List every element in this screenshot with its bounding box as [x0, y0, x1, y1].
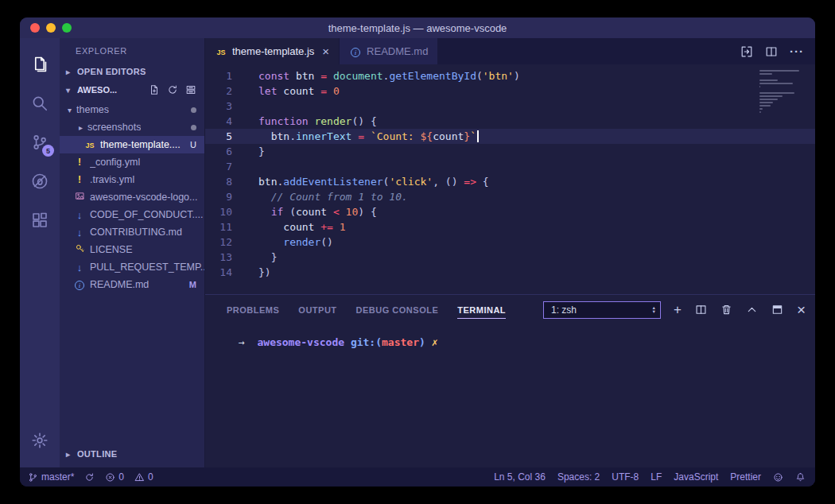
indentation-status-item[interactable]: Spaces: 2: [557, 471, 600, 483]
close-window-button[interactable]: [30, 23, 40, 33]
line-number: 3: [205, 99, 247, 114]
formatter-status-item[interactable]: Prettier: [730, 471, 761, 483]
chevron-right-icon: ▸: [66, 68, 75, 76]
settings-activity-button[interactable]: [20, 421, 60, 459]
feedback-status-item[interactable]: [773, 472, 783, 483]
code-line-3[interactable]: 3: [205, 99, 815, 114]
errors-status-item[interactable]: 0: [105, 471, 124, 483]
open-editors-section[interactable]: ▸ OPEN EDITORS: [60, 63, 204, 80]
eol-status-label: LF: [651, 471, 662, 483]
language-status-item[interactable]: JavaScript: [674, 471, 718, 483]
line-number: 1: [205, 68, 247, 83]
minimize-window-button[interactable]: [46, 23, 56, 33]
workspace-root-item[interactable]: ▾ AWESO...: [60, 80, 204, 99]
tree-row-decoration: [191, 107, 204, 113]
panel-tab-terminal[interactable]: TERMINAL: [457, 301, 506, 319]
line-number: 14: [205, 265, 247, 280]
tree-item-travis-yml[interactable]: !.travis.yml: [60, 171, 204, 188]
sync-status-item[interactable]: [84, 472, 95, 483]
minimap[interactable]: [759, 68, 806, 114]
tree-item-screenshots[interactable]: ▸screenshots: [60, 118, 204, 136]
chevron-right-icon: ▸: [66, 450, 75, 459]
outline-section[interactable]: ▸ OUTLINE: [60, 445, 204, 463]
code-editor[interactable]: 1const btn = document.getElementById('bt…: [205, 64, 815, 294]
tab-bar: JStheme-template.js×iREADME.md ···: [205, 38, 815, 64]
tree-item-theme-template[interactable]: JStheme-template....U: [60, 136, 204, 153]
open-changes-icon: [740, 45, 753, 58]
line-number: 8: [205, 174, 247, 189]
eol-status-item[interactable]: LF: [651, 471, 662, 483]
search-icon: [31, 95, 49, 112]
zoom-window-button[interactable]: [62, 23, 72, 33]
debug-activity-button[interactable]: [20, 161, 60, 200]
tab-theme-template-js[interactable]: JStheme-template.js×: [205, 38, 339, 64]
tree-item-themes[interactable]: ▾themes: [60, 101, 204, 118]
code-line-7[interactable]: 7: [205, 159, 815, 174]
tree-item-config-yml[interactable]: !_config.yml: [60, 153, 204, 171]
code-line-9[interactable]: 9 // Count from 1 to 10.: [205, 189, 815, 204]
close-icon[interactable]: ×: [322, 45, 329, 57]
tree-item-readme-md[interactable]: iREADME.mdM: [60, 276, 204, 293]
activity-bar-items: 5: [20, 45, 60, 239]
terminal-shell-select[interactable]: 1: zsh ▲▼: [543, 301, 661, 319]
chevron-right-icon: ▸: [79, 123, 87, 132]
tab-readme-md[interactable]: iREADME.md: [339, 38, 437, 64]
code-line-10[interactable]: 10 if (count < 10) {: [205, 204, 815, 219]
workbench: 5 EXPLORER ▸ OPEN EDITORS ▾ AWESO... ▾th…: [20, 38, 815, 467]
code-line-2[interactable]: 2let count = 0: [205, 83, 815, 99]
panel-tab-debug-console[interactable]: DEBUG CONSOLE: [356, 301, 439, 318]
chevron-down-icon: ▾: [66, 86, 75, 95]
line-number: 2: [205, 83, 247, 99]
line-content: btn.innerText = `Count: ${count}`: [247, 129, 479, 144]
line-content: }: [247, 144, 265, 159]
code-line-8[interactable]: 8btn.addEventListener('click', () => {: [205, 174, 815, 189]
line-content: // Count from 1 to 10.: [247, 189, 408, 204]
line-content: }: [247, 250, 277, 265]
code-line-11[interactable]: 11 count += 1: [205, 219, 815, 235]
info-file-icon: i: [73, 279, 90, 290]
terminal[interactable]: → awesome-vscode git:(master) ✗: [205, 324, 815, 348]
git-branch-status-item[interactable]: master*: [28, 471, 74, 483]
code-lines: 1const btn = document.getElementById('bt…: [205, 68, 815, 280]
search-activity-button[interactable]: [20, 83, 60, 122]
explorer-activity-button[interactable]: [20, 45, 60, 83]
code-line-1[interactable]: 1const btn = document.getElementById('bt…: [205, 68, 815, 83]
info-file-icon: i: [349, 45, 362, 57]
code-line-14[interactable]: 14}): [205, 265, 815, 280]
file-label: screenshots: [87, 122, 141, 133]
code-line-6[interactable]: 6}: [205, 144, 815, 159]
tree-item-code-of-conduct[interactable]: ↓CODE_OF_CONDUCT....: [60, 206, 204, 223]
error-icon: [105, 472, 115, 483]
scm-badge: 5: [42, 145, 54, 157]
line-content: let count = 0: [247, 83, 340, 99]
sync-icon: [84, 472, 95, 483]
warnings-status-item[interactable]: 0: [134, 471, 153, 483]
tree-item-contributing-md[interactable]: ↓CONTRIBUTING.md: [60, 223, 204, 241]
explorer-header: EXPLORER: [60, 38, 204, 63]
minimap-line: [759, 92, 794, 94]
tree-item-license[interactable]: LICENSE: [60, 241, 204, 258]
code-line-4[interactable]: 4function render() {: [205, 114, 815, 129]
cursor-position-status-item[interactable]: Ln 5, Col 36: [494, 471, 546, 483]
title-bar[interactable]: theme-template.js — awesome-vscode: [20, 17, 815, 38]
panel-toolbar: 1: zsh ▲▼ +×: [543, 301, 806, 319]
panel-tab-problems[interactable]: PROBLEMS: [227, 301, 279, 318]
toggle-panel-icon: [771, 304, 783, 316]
minimap-line: [759, 105, 771, 107]
minimap-line: [759, 70, 799, 72]
close-panel-icon: ×: [797, 304, 806, 316]
code-line-12[interactable]: 12 render(): [205, 235, 815, 250]
code-line-13[interactable]: 13 }: [205, 250, 815, 265]
yaml-file-icon: !: [73, 174, 90, 185]
tree-item-awesome-vscode-logo[interactable]: awesome-vscode-logo...: [60, 188, 204, 206]
encoding-status-item[interactable]: UTF-8: [612, 471, 639, 483]
extensions-activity-button[interactable]: [20, 200, 60, 239]
source-control-activity-button[interactable]: 5: [20, 122, 60, 161]
code-line-5[interactable]: 5 btn.innerText = `Count: ${count}`: [205, 129, 815, 144]
panel-tab-output[interactable]: OUTPUT: [298, 301, 336, 318]
tree-item-pull-request-temp[interactable]: ↓PULL_REQUEST_TEMP...: [60, 258, 204, 276]
git-status-badge: M: [189, 280, 196, 289]
minimap-line: [759, 111, 761, 113]
open-editors-label: OPEN EDITORS: [77, 67, 146, 76]
notifications-status-item[interactable]: [795, 472, 806, 483]
